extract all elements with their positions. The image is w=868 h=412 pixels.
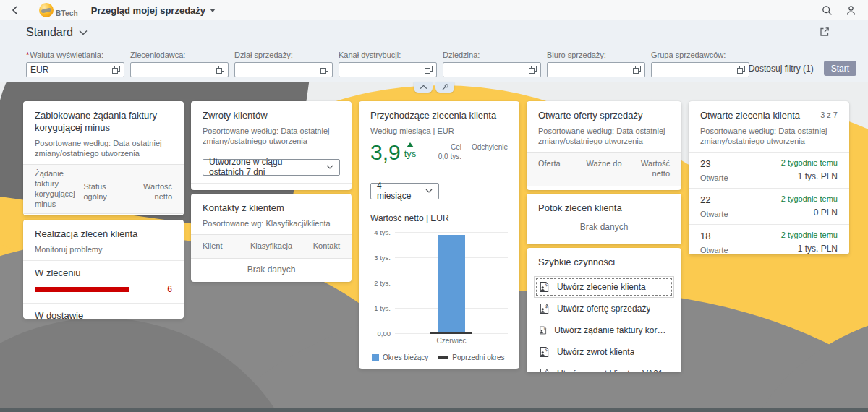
sales-order-list-item[interactable]: 22 Otwarte 2 tygodnie temu 0 PLN bbox=[689, 188, 849, 224]
go-button[interactable]: Start bbox=[824, 61, 856, 76]
quick-action-label: Utwórz żądanie faktury korygującej m... bbox=[554, 325, 669, 335]
deviation-value bbox=[472, 153, 508, 160]
value-help-icon[interactable] bbox=[737, 66, 745, 74]
user-profile-button[interactable] bbox=[846, 5, 856, 16]
column-header: Wartość netto bbox=[626, 159, 670, 179]
card-header[interactable]: Przychodzące zlecenia klienta Według mie… bbox=[359, 101, 519, 140]
quick-action-create-sales-order[interactable]: $ Utwórz zlecenie klienta bbox=[534, 276, 674, 298]
card-subtitle: Według miesiąca | EUR bbox=[370, 126, 508, 136]
sales-group-input[interactable] bbox=[651, 62, 749, 77]
order-amount: 1 tys. PLN bbox=[798, 171, 838, 181]
sales-order-list-item[interactable]: 18 Otwarte 2 tygodnie temu 1 tys. PLN bbox=[689, 224, 849, 254]
fulfillment-item-in-delivery[interactable]: W dostawie 3 bbox=[23, 303, 184, 319]
sold-to-party-input[interactable] bbox=[130, 62, 229, 77]
chart-y-axis: 4 tys. 3 tys. 2 tys. 1 tys. 0,00 bbox=[370, 232, 395, 333]
column-header: Kontakt bbox=[294, 241, 340, 252]
card-header[interactable]: Kontakty z klientem Posortowane wg: Klas… bbox=[191, 194, 352, 234]
page-title: Przegląd mojej sprzedaży bbox=[91, 5, 205, 16]
quick-action-label: Utwórz zwrot klienta bbox=[557, 347, 634, 357]
svg-text:$: $ bbox=[543, 327, 545, 330]
card-customer-returns: Zwroty klientów Posortowane według: Data… bbox=[191, 101, 352, 190]
order-id: 22 bbox=[700, 194, 728, 205]
card-incoming-sales-orders: Przychodzące zlecenia klienta Według mie… bbox=[359, 101, 519, 369]
title-caret-icon bbox=[210, 9, 216, 12]
card-header[interactable]: Otwarte oferty sprzedaży Posortowane wed… bbox=[527, 101, 681, 152]
chart-previous-period-line bbox=[430, 332, 472, 334]
returns-range-select[interactable]: Utworzone w ciągu ostatnich 7 dni bbox=[203, 159, 340, 176]
quick-action-create-sales-quotation[interactable]: $ Utwórz ofertę sprzedaży bbox=[534, 298, 674, 319]
card-header[interactable]: Zwroty klientów Posortowane według: Data… bbox=[191, 101, 352, 152]
shell-header: BTech Przegląd mojej sprzedaży bbox=[0, 0, 868, 20]
quick-action-label: Utwórz zlecenie klienta bbox=[557, 282, 646, 292]
column-header: Oferta bbox=[538, 159, 582, 179]
value-help-icon[interactable] bbox=[216, 66, 224, 74]
filter-field-sales-office: Biuro sprzedaży: bbox=[547, 51, 645, 77]
no-data-text: Brak danych bbox=[527, 218, 681, 244]
card-header[interactable]: Realizacja zleceń klienta Monitoruj prob… bbox=[23, 220, 184, 260]
kpi-value: 3,9 bbox=[370, 142, 401, 163]
quick-action-label: Utwórz ofertę sprzedaży bbox=[557, 304, 650, 314]
card-header[interactable]: Szybkie czynności bbox=[527, 248, 681, 273]
value-help-icon[interactable] bbox=[425, 66, 433, 74]
no-data-text: Brak danych bbox=[191, 259, 352, 282]
card-subtitle: Posortowane według: Data ostatniej zmian… bbox=[700, 126, 838, 147]
distribution-channel-input[interactable] bbox=[339, 62, 437, 77]
filter-field-sales-organization: Dział sprzedaży: bbox=[234, 51, 333, 77]
sales-document-icon: $ bbox=[539, 325, 547, 336]
quick-action-create-credit-memo-request[interactable]: $ Utwórz żądanie faktury korygującej m..… bbox=[534, 319, 674, 341]
no-data-text: Brak danych bbox=[191, 184, 352, 190]
adapt-filters-link[interactable]: Dostosuj filtry (1) bbox=[749, 64, 814, 74]
required-mark: * bbox=[26, 51, 29, 59]
card-title: Zwroty klientów bbox=[203, 110, 340, 122]
kpi-unit: tys bbox=[404, 148, 417, 159]
kpi-header: 3,9 tys Cel Odchylenie 0,0 tys. bbox=[359, 140, 519, 171]
legend-label: Poprzedni okres bbox=[452, 353, 504, 361]
card-header[interactable]: Zablokowane żądania faktury korygującej … bbox=[23, 101, 184, 164]
card-title: Potok zleceń klienta bbox=[538, 202, 670, 215]
pin-header-button[interactable] bbox=[435, 82, 454, 93]
sales-document-icon: $ bbox=[539, 368, 550, 372]
filter-field-sales-group: Grupa sprzedawców: bbox=[651, 51, 749, 77]
quick-actions-list: $ Utwórz zlecenie klienta $ Utwórz ofert… bbox=[527, 273, 681, 372]
chart-x-tick-label: Czerwiec bbox=[395, 337, 508, 345]
back-button[interactable] bbox=[10, 5, 20, 15]
quick-action-create-customer-return-va01[interactable]: $ Utwórz zwrot klienta - VA01 bbox=[534, 363, 674, 372]
share-button[interactable] bbox=[819, 26, 830, 38]
period-select[interactable]: 4 miesiące bbox=[370, 183, 439, 199]
company-logo[interactable]: BTech bbox=[39, 3, 78, 17]
value-help-icon[interactable] bbox=[633, 66, 641, 74]
sales-order-list-item[interactable]: 23 Otwarte 2 tygodnie temu 1 tys. PLN bbox=[689, 152, 849, 188]
search-button[interactable] bbox=[822, 5, 833, 16]
no-data-text: Brak danych bbox=[23, 214, 184, 215]
chart-legend: Okres bieżący Poprzedni okres bbox=[372, 353, 508, 361]
division-input[interactable] bbox=[443, 62, 541, 77]
card-open-sales-orders: Otwarte zlecenia klienta 3 z 7 Posortowa… bbox=[689, 101, 849, 254]
legend-label: Okres bieżący bbox=[383, 353, 428, 361]
search-icon bbox=[822, 5, 833, 16]
no-data-text: Brak danych bbox=[527, 186, 681, 190]
quick-action-label: Utwórz zwrot klienta - VA01 bbox=[557, 369, 663, 372]
card-header[interactable]: Otwarte zlecenia klienta 3 z 7 Posortowa… bbox=[689, 101, 849, 152]
filter-fields: *Waluta wyświetlania: EUR Zleceniodawca:… bbox=[26, 51, 749, 77]
fulfillment-item-in-order[interactable]: W zleceniu 6 bbox=[23, 260, 184, 303]
order-status: Otwarte bbox=[700, 173, 728, 182]
collapse-header-button[interactable] bbox=[414, 82, 433, 93]
trend-up-icon bbox=[407, 142, 414, 147]
sales-organization-input[interactable] bbox=[234, 62, 333, 77]
quick-action-create-customer-return[interactable]: $ Utwórz zwrot klienta bbox=[534, 341, 674, 363]
filter-field-distribution-channel: Kanał dystrybucji: bbox=[339, 51, 437, 77]
card-header[interactable]: Potok zleceń klienta bbox=[527, 194, 681, 218]
card-counter: 3 z 7 bbox=[814, 110, 838, 122]
value-help-icon[interactable] bbox=[320, 66, 328, 74]
sales-office-input[interactable] bbox=[547, 62, 645, 77]
card-title: Realizacja zleceń klienta bbox=[35, 228, 172, 241]
card-subtitle: Posortowane według: Data ostatniej zmian… bbox=[538, 126, 670, 147]
display-currency-input[interactable]: EUR bbox=[26, 62, 124, 77]
item-label: W dostawie bbox=[35, 310, 172, 319]
deviation-label: Odchylenie bbox=[472, 143, 508, 151]
value-help-icon[interactable] bbox=[529, 66, 537, 74]
value-help-icon[interactable] bbox=[112, 66, 120, 74]
filter-field-display-currency: *Waluta wyświetlania: EUR bbox=[26, 51, 124, 77]
variant-selector[interactable]: Standard bbox=[26, 26, 88, 39]
page-title-menu[interactable]: Przegląd mojej sprzedaży bbox=[91, 5, 216, 16]
